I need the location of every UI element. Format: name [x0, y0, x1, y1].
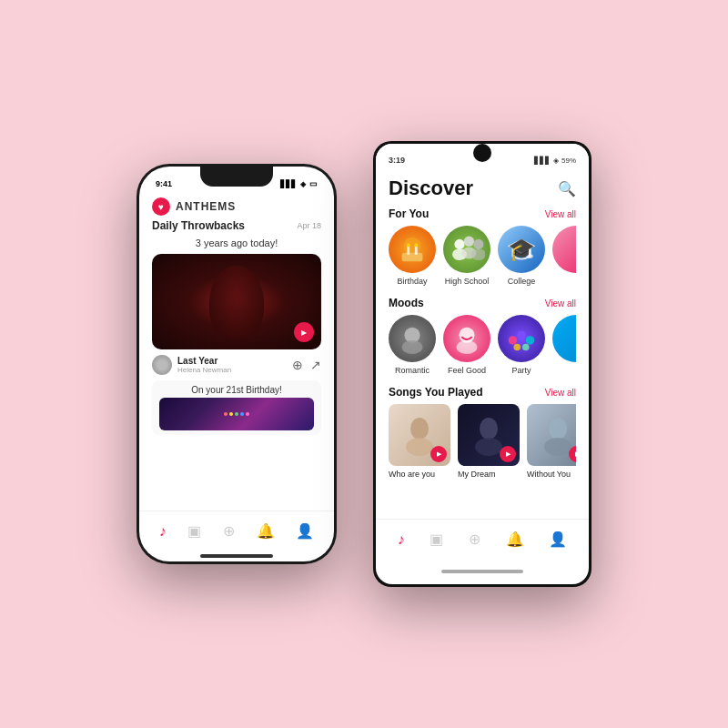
android-battery: 59% — [561, 157, 576, 165]
circle-feelgood-label: Feel Good — [448, 366, 486, 375]
svg-rect-1 — [402, 253, 423, 262]
nav-music[interactable]: ♪ — [159, 523, 167, 540]
android-nav-feed[interactable]: ▣ — [430, 531, 443, 548]
svg-point-19 — [509, 336, 518, 345]
android-time: 3:19 — [389, 156, 405, 165]
android-device: 3:19 ▋▋▋ ◈ 59% Discover 🔍 For You — [373, 141, 592, 587]
circle-feelgood[interactable]: Feel Good — [443, 315, 490, 375]
wifi-icon: ◈ — [300, 180, 306, 188]
section-title: Daily Throwbacks — [152, 219, 245, 232]
circle-highschool[interactable]: High School — [443, 226, 490, 286]
svg-point-21 — [526, 336, 535, 345]
android-nav-profile[interactable]: 👤 — [549, 531, 567, 548]
nav-profile[interactable]: 👤 — [296, 522, 314, 540]
search-icon[interactable]: 🔍 — [558, 180, 576, 197]
for-you-circles: Birthday — [389, 226, 576, 286]
circle-romantic[interactable]: Romantic — [389, 315, 436, 375]
songs-title: Songs You Played — [389, 386, 483, 399]
svg-marker-12 — [508, 239, 535, 253]
battery-icon: ▭ — [309, 179, 318, 188]
songs-row: ▶ Who are you ▶ — [389, 404, 576, 479]
svg-point-20 — [517, 330, 526, 339]
song-info-row: Last Year Helena Newman ⊕ ↗ — [152, 355, 321, 375]
signal-icon: ▋▋▋ — [280, 180, 297, 188]
circle-college-label: College — [508, 277, 536, 286]
circle-birthday[interactable]: Birthday — [389, 226, 436, 286]
svg-point-14 — [526, 254, 533, 258]
song-card-dream[interactable]: ▶ My Dream — [458, 404, 520, 479]
circle-birthday-label: Birthday — [397, 277, 427, 286]
nav-feed[interactable]: ▣ — [187, 522, 201, 540]
svg-point-7 — [464, 237, 474, 247]
moods-title: Moods — [389, 297, 424, 309]
section-date: Apr 18 — [297, 221, 321, 230]
svg-rect-2 — [407, 246, 410, 255]
songs-header: Songs You Played View all — [389, 386, 576, 399]
person-silhouette — [209, 266, 264, 339]
for-you-view-all[interactable]: View all — [545, 209, 576, 219]
song-without-title: Without You — [527, 470, 576, 479]
iphone-app-header: ♥ ANTHEMS — [139, 192, 334, 219]
circle-highschool-label: High School — [445, 277, 490, 286]
circle-partial-foryou[interactable] — [552, 226, 576, 286]
play-button[interactable]: ▶ — [294, 322, 314, 342]
birthday-image — [159, 398, 314, 430]
song-card-without[interactable]: ▶ Without You — [527, 404, 576, 479]
birthday-section: On your 21st Birthday! — [152, 380, 321, 435]
nav-add[interactable]: ⊕ — [223, 522, 235, 540]
moods-circles: Romantic Feel Good — [389, 315, 576, 375]
avatar — [152, 355, 172, 375]
song-dream-title: My Dream — [458, 470, 520, 479]
circle-party[interactable]: Party — [498, 315, 545, 375]
iphone-time: 9:41 — [156, 179, 172, 188]
song-card-who[interactable]: ▶ Who are you — [389, 404, 450, 479]
svg-point-5 — [414, 243, 418, 247]
song-name: Last Year — [177, 356, 292, 366]
svg-point-28 — [549, 418, 567, 440]
svg-point-29 — [544, 438, 571, 456]
svg-point-24 — [410, 418, 429, 440]
svg-point-22 — [513, 344, 521, 351]
moods-header: Moods View all — [389, 297, 576, 309]
svg-point-26 — [480, 418, 498, 440]
phones-container: 9:41 ▋▋▋ ◈ ▭ ♥ ANTHEMS Daily Throwbacks … — [136, 141, 592, 587]
android-nav-add[interactable]: ⊕ — [469, 531, 480, 548]
circle-college[interactable]: College — [498, 226, 545, 286]
share-button[interactable]: ↗ — [310, 358, 321, 372]
android-nav-music[interactable]: ♪ — [398, 531, 405, 548]
svg-point-23 — [522, 344, 530, 351]
android-nav-notifications[interactable]: 🔔 — [506, 531, 524, 548]
birthday-label: On your 21st Birthday! — [159, 385, 314, 395]
svg-point-8 — [473, 239, 483, 249]
moods-view-all[interactable]: View all — [545, 298, 576, 308]
iphone-notch — [200, 167, 273, 187]
nav-notifications[interactable]: 🔔 — [257, 522, 275, 540]
song-details: Last Year Helena Newman — [177, 356, 292, 374]
svg-rect-13 — [529, 246, 531, 256]
android-wifi: ◈ — [553, 157, 559, 165]
for-you-header: For You View all — [389, 207, 576, 220]
svg-point-18 — [457, 340, 478, 354]
android-content: Discover 🔍 For You View all — [376, 171, 589, 519]
song-artist: Helena Newman — [177, 366, 292, 374]
add-button[interactable]: ⊕ — [292, 358, 303, 372]
iphone-bottom-nav: ♪ ▣ ⊕ 🔔 👤 — [139, 511, 334, 551]
music-card[interactable]: ▶ — [152, 254, 321, 349]
play-dream[interactable]: ▶ — [500, 446, 516, 462]
iphone-content: Daily Throwbacks Apr 18 3 years ago toda… — [139, 219, 334, 511]
songs-view-all[interactable]: View all — [545, 388, 576, 398]
android-nav-gesture — [376, 559, 589, 584]
circle-party-label: Party — [511, 366, 531, 375]
svg-rect-3 — [415, 246, 418, 255]
song-who-title: Who are you — [389, 470, 450, 479]
android-signal: ▋▋▋ — [534, 157, 551, 165]
app-title: ANTHEMS — [176, 200, 236, 213]
android-status-bar: 3:19 ▋▋▋ ◈ 59% — [376, 144, 589, 171]
svg-point-0 — [404, 238, 421, 255]
song-actions: ⊕ ↗ — [292, 358, 321, 372]
for-you-title: For You — [389, 207, 429, 220]
circle-partial-moods[interactable] — [552, 315, 576, 375]
svg-point-4 — [407, 243, 410, 247]
play-who[interactable]: ▶ — [430, 446, 447, 462]
android-bottom-nav: ♪ ▣ ⊕ 🔔 👤 — [376, 519, 589, 559]
